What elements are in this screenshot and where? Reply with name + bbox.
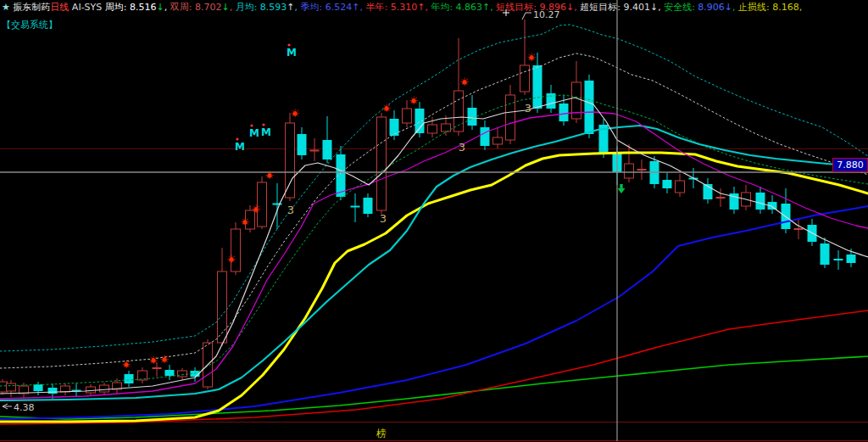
white-ma xyxy=(0,98,868,394)
blue-ma xyxy=(0,206,868,419)
red-dot-icon xyxy=(262,123,264,126)
m-signal-label: M xyxy=(287,47,297,59)
three-signal-label: 3 xyxy=(525,102,531,115)
m-signal-label: M xyxy=(235,141,245,153)
red-dot-icon xyxy=(236,137,238,140)
three-signal-label: 3 xyxy=(459,141,465,154)
bottom-bar-label: 榜 xyxy=(376,427,387,441)
low-price-label: 4.38 xyxy=(14,402,35,413)
price-chart[interactable]: ☀☀☀☀☀☀☀☀☀☀☀☀MMMM3333 xyxy=(0,0,868,442)
high-label-tick xyxy=(522,13,531,20)
app-window: ★ 振东制药日线 AI-SYS 周均: 8.516↓, 双周: 8.702↓, … xyxy=(0,0,868,442)
three-signal-label: 3 xyxy=(287,204,294,216)
candles-group xyxy=(0,20,856,399)
magenta-ma xyxy=(0,112,868,399)
m-signal-label: M xyxy=(261,126,271,138)
high-price-label: 10.27 xyxy=(533,9,560,20)
cyan-dotted-band xyxy=(0,25,868,351)
red-dot-icon xyxy=(250,124,253,126)
signal-markers-group: ☀☀☀☀☀☀☀☀☀☀☀☀MMMM3333 xyxy=(121,9,625,371)
green-dotted-band xyxy=(0,95,868,386)
three-signal-label: 3 xyxy=(380,212,387,225)
white-dotted-band xyxy=(0,53,868,368)
sell-arrow-down-icon xyxy=(618,184,626,193)
red-dot-icon xyxy=(287,43,290,46)
crosshair-price-tag: 7.880 xyxy=(832,158,868,172)
m-signal-label: M xyxy=(249,127,259,139)
